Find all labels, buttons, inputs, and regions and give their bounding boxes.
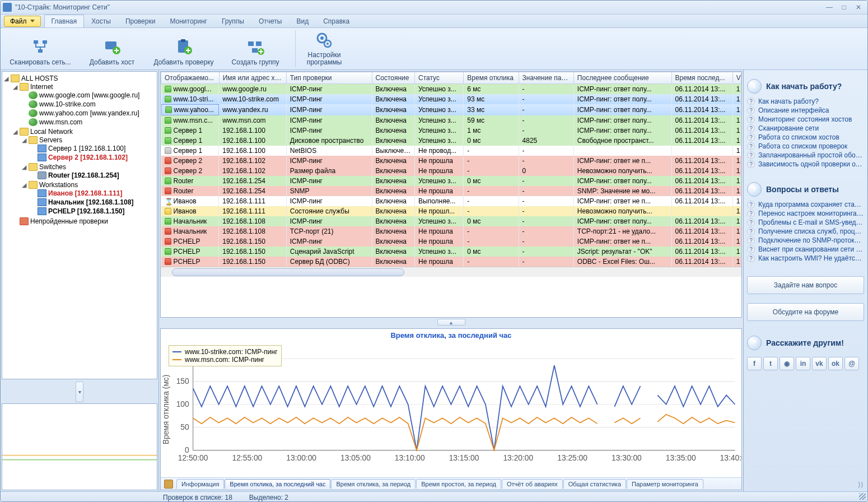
grid-header[interactable]: Состояние	[372, 72, 414, 84]
table-row[interactable]: www.10-stri...www.10-strike.comICMP-пинг…	[161, 94, 741, 104]
tree-node[interactable]: Непройденные проверки	[12, 217, 156, 225]
menu-tab-группы[interactable]: Группы	[214, 15, 251, 27]
help-link[interactable]: ?Как начать работу?	[747, 97, 864, 106]
table-row[interactable]: Сервер 2192.168.1.102Размер файлаВключен…	[161, 166, 741, 176]
resize-grip[interactable]	[859, 493, 866, 500]
grid-header[interactable]: Время послед...	[671, 72, 732, 84]
collapse-tree-button[interactable]: ▾	[76, 382, 83, 402]
chart-tab[interactable]: Отчёт об авариях	[502, 479, 563, 489]
tree-node[interactable]: Сервер 2 [192.168.1.102]	[30, 154, 156, 161]
menu-tab-справка[interactable]: Справка	[316, 15, 357, 27]
collapse-sidebar-button[interactable]: ⟩⟩	[858, 481, 864, 489]
twitter-icon[interactable]: t	[763, 357, 778, 370]
menu-tab-проверки[interactable]: Проверки	[118, 15, 163, 27]
help-link[interactable]: ?Мониторинг состояния хостов	[747, 115, 864, 124]
vk-icon[interactable]: vk	[812, 357, 827, 370]
table-row[interactable]: www.msn.c...www.msn.comICMP-пингВключена…	[161, 115, 741, 125]
table-row[interactable]: Router192.168.1.254ICMP-пингВключенаУспе…	[161, 176, 741, 186]
grid-header[interactable]: Последнее сообщение	[573, 72, 671, 84]
tree-node[interactable]: Router [192.168.1.254]	[30, 171, 156, 179]
facebook-icon[interactable]: f	[747, 357, 762, 370]
settings-button[interactable]: Настройкипрограммы	[299, 31, 349, 66]
table-row[interactable]: Начальник192.168.1.108TCP-порт (21)Включ…	[161, 226, 741, 236]
tree-node[interactable]: Иванов [192.168.1.111]	[30, 189, 156, 197]
chart-tab[interactable]: Параметр мониторинга	[627, 479, 703, 489]
help-link[interactable]: ?Описание интерфейса	[747, 106, 864, 115]
file-menu-button[interactable]: Файл	[4, 16, 41, 27]
table-row[interactable]: PCHELP192.168.1.150Сценарий JavaScriptВк…	[161, 247, 741, 257]
tree-node[interactable]: www.msn.com	[21, 118, 156, 126]
tree-node[interactable]: ◢Internet	[12, 83, 156, 91]
mail-icon[interactable]: @	[844, 357, 859, 370]
table-row[interactable]: ⌛Иванов192.168.1.111ICMP-пингВключенаВып…	[161, 196, 741, 206]
chart-tab[interactable]: Время отклика, за период	[331, 479, 416, 489]
help-link[interactable]: ?Перенос настроек мониторинга на д...	[747, 209, 864, 218]
menu-tab-вид[interactable]: Вид	[289, 15, 316, 27]
table-row[interactable]: Иванов192.168.1.111Состояние службыВключ…	[161, 206, 741, 216]
linkedin-icon[interactable]: in	[796, 357, 810, 370]
table-row[interactable]: PCHELP192.168.1.150ICMP-пингВключенаНе п…	[161, 236, 741, 247]
help-link[interactable]: ?Куда программа сохраняет статисти...	[747, 200, 864, 209]
tree-node[interactable]: www.10-strike.com	[21, 100, 156, 108]
ask-question-button[interactable]: Задайте нам вопрос	[747, 276, 864, 294]
grid-header[interactable]: Имя или адрес хо...	[219, 72, 286, 84]
grid-header[interactable]: Тип проверки	[286, 72, 372, 84]
tree-node[interactable]: ◢Local Network	[12, 128, 156, 136]
tree-node[interactable]: Начальник [192.168.1.108]	[30, 198, 156, 206]
add-host-button[interactable]: Добавить хост	[81, 31, 143, 66]
tree-node[interactable]: ◢Workstations	[21, 181, 156, 189]
host-tree[interactable]: ◢ALL HOSTS◢Internetwww.google.com [www.g…	[2, 71, 157, 379]
tree-node[interactable]: PCHELP [192.168.1.150]	[30, 207, 156, 215]
help-link[interactable]: ?Как настроить WMI? Не удаётся нас...	[747, 254, 864, 263]
minimize-button[interactable]: —	[823, 2, 836, 12]
chart-tab[interactable]: Время простоя, за период	[416, 479, 501, 489]
table-row[interactable]: Сервер 1192.168.1.100Дисковое пространст…	[161, 136, 741, 146]
table-row[interactable]: Сервер 2192.168.1.102ICMP-пингВключенаНе…	[161, 156, 741, 166]
help-link[interactable]: ?Виснет при сканировании сети с вк...	[747, 245, 864, 254]
scan-network-button[interactable]: Сканировать сеть...	[10, 31, 71, 66]
tree-node[interactable]: ◢Switches	[21, 163, 156, 171]
help-link[interactable]: ?Зависимость одной проверки от дру...	[747, 160, 864, 169]
menu-tab-отчеты[interactable]: Отчеты	[251, 15, 289, 27]
menu-tab-главная[interactable]: Главная	[44, 15, 85, 27]
help-link[interactable]: ?Работа со списком хостов	[747, 133, 864, 142]
tree-node[interactable]: ◢ALL HOSTS	[3, 75, 156, 82]
help-link[interactable]: ?Получение списка служб, процессов...	[747, 227, 864, 236]
maximize-button[interactable]: □	[837, 2, 851, 12]
menu-tab-хосты[interactable]: Хосты	[84, 15, 118, 27]
tree-node[interactable]: www.yahoo.com [www.yandex.ru]	[21, 109, 156, 117]
help-link[interactable]: ?Подключение по SNMP-протоколу	[747, 236, 864, 245]
grid-scrollbar[interactable]	[161, 267, 741, 277]
checks-grid[interactable]: Отображаемо...Имя или адрес хо...Тип про…	[160, 71, 742, 318]
menu-tab-мониторинг[interactable]: Мониторинг	[162, 15, 214, 27]
collapse-grid-button[interactable]: ▴	[437, 319, 465, 326]
table-row[interactable]: Сервер 1192.168.1.100NetBIOSВыключенаНе …	[161, 146, 741, 156]
grid-header[interactable]: Время отклика	[464, 72, 519, 84]
grid-header[interactable]: Отображаемо...	[161, 72, 220, 84]
table-row[interactable]: Router192.168.1.254SNMPВключенаНе прошла…	[161, 186, 741, 196]
help-link[interactable]: ?Проблемы с E-mail и SMS-уведомлен...	[747, 218, 864, 227]
chart-tab[interactable]: Информация	[176, 479, 224, 489]
odnoklassniki-icon[interactable]: ok	[828, 357, 843, 370]
tree-node[interactable]: Сервер 1 [192.168.1.100]	[30, 145, 156, 152]
add-check-button[interactable]: Добавить проверку	[153, 31, 214, 66]
discuss-forum-button[interactable]: Обсудите на форуме	[747, 303, 864, 321]
grid-header[interactable]: Значение пар...	[519, 72, 573, 84]
create-group-button[interactable]: Создать группу	[225, 31, 286, 66]
table-row[interactable]: www.googl...www.google.ruICMP-пингВключе…	[161, 84, 741, 95]
help-link[interactable]: ?Запланированный простой оборудов...	[747, 151, 864, 160]
tree-node[interactable]: www.google.com [www.google.ru]	[21, 91, 156, 99]
help-link[interactable]: ?Сканирование сети	[747, 124, 864, 133]
chart-tab[interactable]: Общая статистика	[563, 479, 626, 489]
close-button[interactable]: ✕	[852, 2, 865, 12]
table-row[interactable]: Сервер 1192.168.1.100ICMP-пингВключенаУс…	[161, 125, 741, 136]
grid-header[interactable]: Статус	[415, 72, 464, 84]
table-row[interactable]: www.yahoo...www.yandex.ruICMP-пингВключе…	[161, 104, 741, 115]
grid-header[interactable]: V	[732, 72, 741, 84]
tree-node[interactable]: ◢Servers	[21, 136, 156, 144]
chart-tab[interactable]: Время отклика, за последний час	[225, 479, 330, 489]
rss-icon[interactable]: ◉	[780, 357, 794, 370]
table-row[interactable]: PCHELP192.168.1.150Сервер БД (ODBC)Включ…	[161, 257, 741, 267]
help-link[interactable]: ?Работа со списком проверок	[747, 142, 864, 151]
table-row[interactable]: Начальник192.168.1.108ICMP-пингВключенаУ…	[161, 216, 741, 226]
